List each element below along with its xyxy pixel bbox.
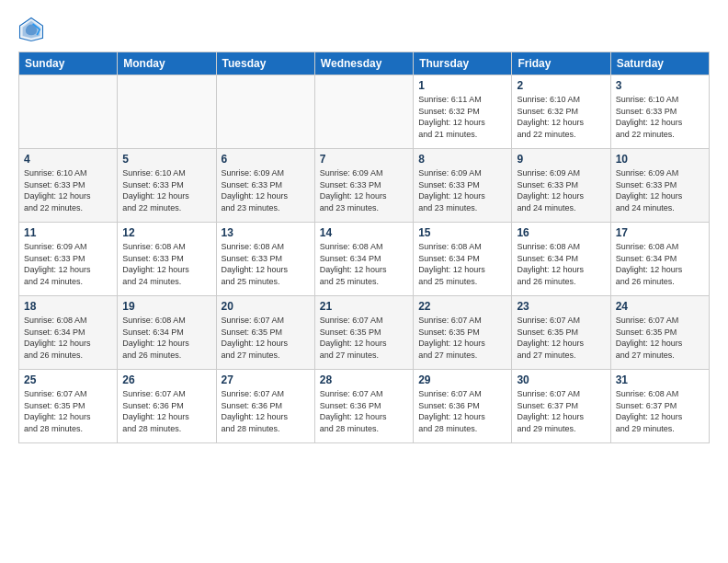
logo-icon (18, 17, 44, 42)
week-row-4: 18Sunrise: 6:08 AM Sunset: 6:34 PM Dayli… (19, 296, 710, 370)
day-detail: Sunrise: 6:09 AM Sunset: 6:33 PM Dayligh… (222, 167, 310, 213)
calendar-cell: 2Sunrise: 6:10 AM Sunset: 6:32 PM Daylig… (512, 75, 610, 149)
calendar-cell: 16Sunrise: 6:08 AM Sunset: 6:34 PM Dayli… (512, 223, 610, 296)
day-number: 20 (222, 300, 310, 313)
calendar-cell: 6Sunrise: 6:09 AM Sunset: 6:33 PM Daylig… (216, 149, 314, 223)
calendar-cell: 3Sunrise: 6:10 AM Sunset: 6:33 PM Daylig… (610, 75, 709, 149)
weekday-header-monday: Monday (118, 52, 216, 75)
day-number: 8 (418, 153, 506, 166)
day-detail: Sunrise: 6:10 AM Sunset: 6:32 PM Dayligh… (517, 94, 605, 140)
calendar-cell: 5Sunrise: 6:10 AM Sunset: 6:33 PM Daylig… (118, 149, 216, 223)
weekday-header-wednesday: Wednesday (314, 52, 413, 75)
calendar-cell: 26Sunrise: 6:07 AM Sunset: 6:36 PM Dayli… (118, 370, 216, 443)
weekday-header-sunday: Sunday (19, 52, 118, 75)
calendar-cell: 14Sunrise: 6:08 AM Sunset: 6:34 PM Dayli… (314, 223, 413, 296)
day-detail: Sunrise: 6:10 AM Sunset: 6:33 PM Dayligh… (616, 94, 704, 140)
weekday-header-saturday: Saturday (610, 52, 709, 75)
day-number: 3 (616, 79, 704, 92)
day-number: 24 (616, 300, 704, 313)
day-number: 28 (320, 373, 408, 386)
calendar-cell: 29Sunrise: 6:07 AM Sunset: 6:36 PM Dayli… (414, 370, 512, 443)
week-row-5: 25Sunrise: 6:07 AM Sunset: 6:35 PM Dayli… (19, 370, 710, 443)
day-number: 1 (418, 79, 506, 92)
day-number: 29 (418, 373, 506, 386)
calendar-cell: 22Sunrise: 6:07 AM Sunset: 6:35 PM Dayli… (414, 296, 512, 370)
day-number: 7 (320, 153, 408, 166)
day-number: 21 (320, 300, 408, 313)
day-detail: Sunrise: 6:09 AM Sunset: 6:33 PM Dayligh… (320, 167, 408, 213)
day-detail: Sunrise: 6:08 AM Sunset: 6:33 PM Dayligh… (222, 241, 310, 287)
day-detail: Sunrise: 6:07 AM Sunset: 6:35 PM Dayligh… (320, 315, 408, 361)
calendar-cell: 28Sunrise: 6:07 AM Sunset: 6:36 PM Dayli… (314, 370, 413, 443)
week-row-2: 4Sunrise: 6:10 AM Sunset: 6:33 PM Daylig… (19, 149, 710, 223)
day-detail: Sunrise: 6:07 AM Sunset: 6:35 PM Dayligh… (418, 315, 506, 361)
calendar-cell: 31Sunrise: 6:08 AM Sunset: 6:37 PM Dayli… (610, 370, 709, 443)
calendar-cell: 24Sunrise: 6:07 AM Sunset: 6:35 PM Dayli… (610, 296, 709, 370)
calendar-cell: 15Sunrise: 6:08 AM Sunset: 6:34 PM Dayli… (414, 223, 512, 296)
calendar-cell: 11Sunrise: 6:09 AM Sunset: 6:33 PM Dayli… (19, 223, 118, 296)
day-detail: Sunrise: 6:10 AM Sunset: 6:33 PM Dayligh… (122, 167, 210, 213)
header (18, 17, 710, 42)
day-number: 9 (517, 153, 605, 166)
logo (18, 17, 48, 42)
day-number: 30 (517, 373, 605, 386)
calendar-cell: 12Sunrise: 6:08 AM Sunset: 6:33 PM Dayli… (118, 223, 216, 296)
day-detail: Sunrise: 6:08 AM Sunset: 6:34 PM Dayligh… (418, 241, 506, 287)
day-detail: Sunrise: 6:07 AM Sunset: 6:37 PM Dayligh… (517, 388, 605, 434)
calendar-cell: 20Sunrise: 6:07 AM Sunset: 6:35 PM Dayli… (216, 296, 314, 370)
day-detail: Sunrise: 6:08 AM Sunset: 6:33 PM Dayligh… (122, 241, 210, 287)
calendar-cell: 9Sunrise: 6:09 AM Sunset: 6:33 PM Daylig… (512, 149, 610, 223)
day-number: 12 (122, 226, 210, 239)
week-row-3: 11Sunrise: 6:09 AM Sunset: 6:33 PM Dayli… (19, 223, 710, 296)
weekday-header-friday: Friday (512, 52, 610, 75)
day-number: 19 (122, 300, 210, 313)
calendar-cell: 17Sunrise: 6:08 AM Sunset: 6:34 PM Dayli… (610, 223, 709, 296)
day-detail: Sunrise: 6:08 AM Sunset: 6:34 PM Dayligh… (517, 241, 605, 287)
day-detail: Sunrise: 6:07 AM Sunset: 6:35 PM Dayligh… (517, 315, 605, 361)
calendar-cell: 1Sunrise: 6:11 AM Sunset: 6:32 PM Daylig… (414, 75, 512, 149)
calendar-cell: 23Sunrise: 6:07 AM Sunset: 6:35 PM Dayli… (512, 296, 610, 370)
calendar-cell (216, 75, 314, 149)
day-detail: Sunrise: 6:10 AM Sunset: 6:33 PM Dayligh… (24, 167, 112, 213)
day-number: 18 (24, 300, 112, 313)
day-number: 5 (122, 153, 210, 166)
calendar-cell: 7Sunrise: 6:09 AM Sunset: 6:33 PM Daylig… (314, 149, 413, 223)
day-number: 15 (418, 226, 506, 239)
calendar-cell: 4Sunrise: 6:10 AM Sunset: 6:33 PM Daylig… (19, 149, 118, 223)
day-number: 2 (517, 79, 605, 92)
day-detail: Sunrise: 6:07 AM Sunset: 6:35 PM Dayligh… (222, 315, 310, 361)
day-number: 4 (24, 153, 112, 166)
day-number: 23 (517, 300, 605, 313)
day-detail: Sunrise: 6:08 AM Sunset: 6:34 PM Dayligh… (122, 315, 210, 361)
calendar-cell: 18Sunrise: 6:08 AM Sunset: 6:34 PM Dayli… (19, 296, 118, 370)
calendar-cell: 8Sunrise: 6:09 AM Sunset: 6:33 PM Daylig… (414, 149, 512, 223)
day-detail: Sunrise: 6:09 AM Sunset: 6:33 PM Dayligh… (616, 167, 704, 213)
day-detail: Sunrise: 6:08 AM Sunset: 6:34 PM Dayligh… (24, 315, 112, 361)
day-detail: Sunrise: 6:07 AM Sunset: 6:36 PM Dayligh… (418, 388, 506, 434)
day-number: 16 (517, 226, 605, 239)
day-number: 14 (320, 226, 408, 239)
weekday-header-tuesday: Tuesday (216, 52, 314, 75)
day-number: 26 (122, 373, 210, 386)
page: SundayMondayTuesdayWednesdayThursdayFrid… (0, 0, 728, 563)
day-number: 25 (24, 373, 112, 386)
day-number: 17 (616, 226, 704, 239)
calendar-cell: 21Sunrise: 6:07 AM Sunset: 6:35 PM Dayli… (314, 296, 413, 370)
day-number: 6 (222, 153, 310, 166)
day-detail: Sunrise: 6:08 AM Sunset: 6:34 PM Dayligh… (320, 241, 408, 287)
calendar-cell (118, 75, 216, 149)
calendar-cell: 19Sunrise: 6:08 AM Sunset: 6:34 PM Dayli… (118, 296, 216, 370)
day-detail: Sunrise: 6:07 AM Sunset: 6:36 PM Dayligh… (122, 388, 210, 434)
day-number: 11 (24, 226, 112, 239)
day-number: 31 (616, 373, 704, 386)
day-detail: Sunrise: 6:08 AM Sunset: 6:37 PM Dayligh… (616, 388, 704, 434)
day-number: 13 (222, 226, 310, 239)
day-number: 22 (418, 300, 506, 313)
calendar-cell (314, 75, 413, 149)
weekday-header-row: SundayMondayTuesdayWednesdayThursdayFrid… (19, 52, 710, 75)
day-detail: Sunrise: 6:09 AM Sunset: 6:33 PM Dayligh… (24, 241, 112, 287)
day-number: 27 (222, 373, 310, 386)
calendar-cell: 27Sunrise: 6:07 AM Sunset: 6:36 PM Dayli… (216, 370, 314, 443)
day-number: 10 (616, 153, 704, 166)
day-detail: Sunrise: 6:09 AM Sunset: 6:33 PM Dayligh… (418, 167, 506, 213)
